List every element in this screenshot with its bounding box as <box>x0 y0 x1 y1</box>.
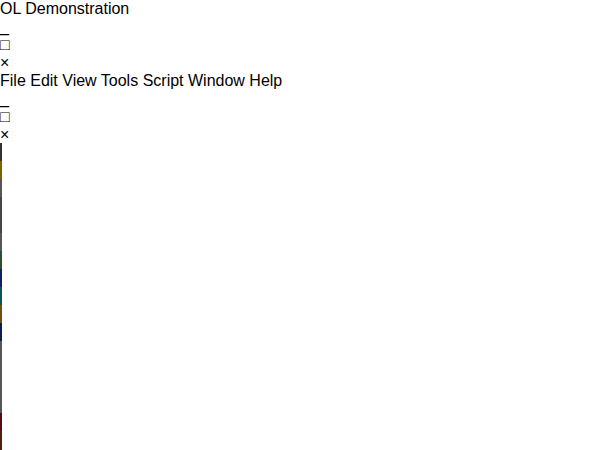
slide: OL Demonstration _ □ × File Edit View To… <box>0 0 600 450</box>
slide-title-box: OL Demonstration <box>0 0 600 18</box>
copy-icon[interactable] <box>0 252 600 270</box>
menu-file[interactable]: File <box>0 72 26 89</box>
menu-view[interactable]: View <box>62 72 96 89</box>
record-icon[interactable] <box>0 414 600 432</box>
run-session-icon[interactable] <box>0 324 600 342</box>
close-button[interactable]: × <box>0 54 600 72</box>
open-folder-icon[interactable] <box>0 162 600 180</box>
stop-icon[interactable] <box>0 432 600 450</box>
terminal-emulator-window: _ □ × File Edit View Tools Script Window… <box>0 18 600 450</box>
clear-icon[interactable] <box>0 306 600 324</box>
select-icon[interactable] <box>0 288 600 306</box>
cut-icon[interactable] <box>0 234 600 252</box>
maximize-button[interactable]: □ <box>0 36 600 54</box>
terminal-icon[interactable] <box>0 342 600 360</box>
child-minimize-button[interactable]: _ <box>0 90 600 108</box>
toolbar: ? <box>0 144 600 450</box>
menu-help[interactable]: Help <box>249 72 282 89</box>
child-close-button[interactable]: × <box>0 126 600 144</box>
print-preview-icon[interactable] <box>0 216 600 234</box>
menu-edit[interactable]: Edit <box>30 72 58 89</box>
save-icon[interactable] <box>0 180 600 198</box>
window-titlebar[interactable]: _ □ × <box>0 18 600 72</box>
menu-bar: File Edit View Tools Script Window Help … <box>0 72 600 144</box>
upload-icon[interactable] <box>0 378 600 396</box>
capture-toolbar-icon[interactable] <box>0 360 600 378</box>
menu-tools[interactable]: Tools <box>101 72 138 89</box>
minimize-button[interactable]: _ <box>0 18 600 36</box>
menu-script[interactable]: Script <box>143 72 184 89</box>
new-file-icon[interactable] <box>0 144 600 162</box>
edit-pencil-icon[interactable] <box>0 270 600 288</box>
slide-title: OL Demonstration <box>0 0 129 17</box>
menu-window[interactable]: Window <box>188 72 245 89</box>
child-maximize-button[interactable]: □ <box>0 108 600 126</box>
child-window-controls: _ □ × <box>0 90 600 144</box>
download-icon[interactable] <box>0 396 600 414</box>
window-controls: _ □ × <box>0 18 600 72</box>
print-icon[interactable] <box>0 198 600 216</box>
